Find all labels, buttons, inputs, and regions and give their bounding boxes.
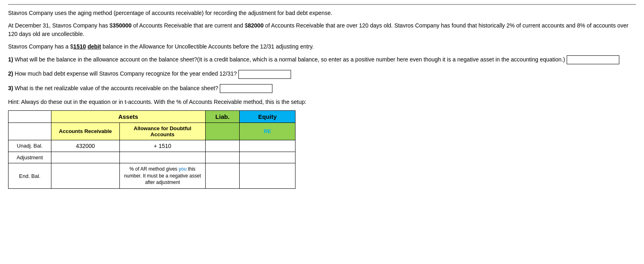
q3-label: 3): [8, 85, 13, 91]
question-1: 1) What will be the balance in the allow…: [8, 55, 636, 64]
q2-label: 2): [8, 70, 13, 77]
row-adj-equity: [240, 152, 295, 163]
paragraph-1: Stavros Company uses the aging method (p…: [8, 9, 636, 17]
row-adj-label: Adjustment: [9, 152, 51, 163]
row-unadj-equity: [240, 140, 295, 152]
question-3: 3) What is the net realizable value of t…: [8, 84, 636, 93]
row-unadj-liab: [205, 140, 240, 152]
p3-end: balance in the Allowance for Uncollectib…: [101, 43, 314, 50]
top-border: [8, 4, 636, 5]
question-2: 2) How much bad debt expense will Stavro…: [8, 69, 636, 78]
row-end-liab: [205, 163, 240, 188]
p3-start: Stavros Company has a $: [8, 43, 73, 50]
p2-amount2: 82000: [248, 22, 264, 29]
you-text: you: [179, 166, 186, 172]
p2-mid1: of Accounts Receivable that are current …: [132, 22, 248, 29]
table-row-unadj: Unadj. Bal. 432000 + 1510: [9, 140, 295, 152]
q2-text: How much bad debt expense will Stavros C…: [13, 70, 237, 77]
row-end-ar: [51, 163, 119, 188]
q1-answer-input[interactable]: [567, 55, 619, 64]
row-end-label: End. Bal.: [9, 163, 51, 188]
row-unadj-allowance: + 1510: [120, 140, 206, 152]
hint-section: Hint: Always do these out in the equatio…: [8, 98, 636, 189]
hint-label: Hint: Always do these out in the equatio…: [8, 99, 306, 105]
accounting-table: Assets Liab. Equity Accounts Receivable …: [8, 110, 295, 189]
table-subheader-liab-empty: [205, 122, 240, 140]
row-adj-liab: [205, 152, 240, 163]
table-header-assets: Assets: [51, 110, 205, 122]
row-end-equity: [240, 163, 295, 188]
table-empty-topleft: [9, 110, 51, 122]
table-header-equity: Equity: [240, 110, 295, 122]
paragraph-2: At December 31, Stavros Company has $350…: [8, 21, 636, 38]
p2-amount1: 350000: [113, 22, 132, 29]
q3-answer-input[interactable]: [220, 84, 272, 93]
table-row-end: End. Bal. % of AR method gives you this …: [9, 163, 295, 188]
q2-answer-input[interactable]: [238, 70, 291, 79]
q3-text: What is the net realizable value of the …: [13, 85, 218, 91]
p2-start: At December 31, Stavros Company has $: [8, 22, 113, 29]
row-adj-ar: [51, 152, 119, 163]
table-row-adjustment: Adjustment: [9, 152, 295, 163]
paragraph-3: Stavros Company has a $1510 debit balanc…: [8, 42, 636, 51]
q1-label: 1): [8, 56, 13, 63]
row-unadj-label: Unadj. Bal.: [9, 140, 51, 152]
table-subheader-ar: Accounts Receivable: [51, 122, 119, 140]
row-end-allowance: % of AR method gives you this number. It…: [120, 163, 206, 188]
row-adj-allowance: [120, 152, 206, 163]
hint-text: Hint: Always do these out in the equatio…: [8, 98, 636, 106]
row-unadj-ar: 432000: [51, 140, 119, 152]
table-subheader-empty: [9, 122, 51, 140]
p3-label: debit: [87, 43, 101, 50]
p1-text: Stavros Company uses the aging method (p…: [8, 10, 332, 16]
q1-text: What will be the balance in the allowanc…: [13, 56, 565, 63]
p3-amount: 1510: [73, 43, 86, 50]
table-subheader-allowance: Allowance for Doubtful Accounts: [120, 122, 206, 140]
table-subheader-re: RE: [240, 122, 295, 140]
table-header-liab: Liab.: [205, 110, 240, 122]
